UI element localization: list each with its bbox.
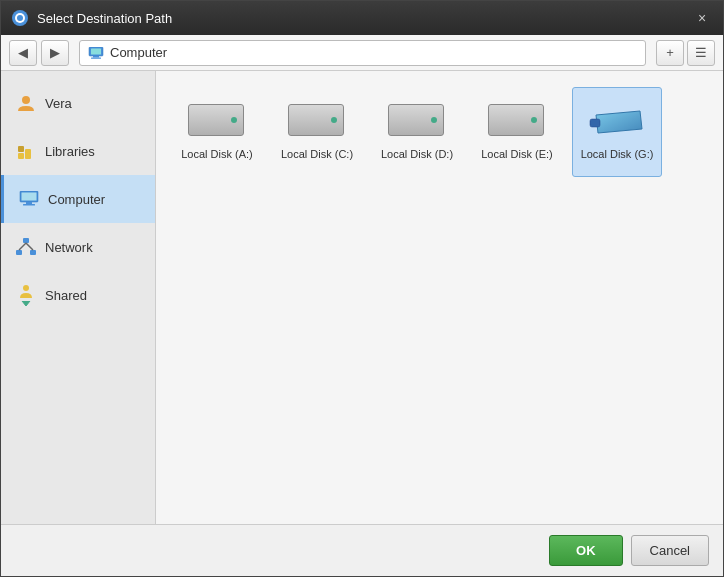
hdd-icon-d [388,104,446,142]
sidebar-label-computer: Computer [48,192,105,207]
close-button[interactable]: × [691,7,713,29]
breadcrumb-text: Computer [110,45,167,60]
computer-breadcrumb-icon [88,47,104,59]
sidebar-label-network: Network [45,240,93,255]
svg-line-19 [26,243,33,250]
disk-item-g[interactable]: Local Disk (G:) [572,87,662,177]
computer-icon [18,188,40,210]
dialog: Select Destination Path × ◀ ▶ Computer +… [0,0,724,577]
sidebar-item-network[interactable]: Network [1,223,155,271]
disk-label-c: Local Disk (C:) [281,148,353,160]
svg-rect-5 [93,56,99,58]
cancel-button[interactable]: Cancel [631,535,709,566]
svg-rect-17 [30,250,36,255]
title-bar: Select Destination Path × [1,1,723,35]
hdd-icon-c [288,104,346,142]
sidebar-item-computer[interactable]: Computer [1,175,155,223]
file-area: Local Disk (A:) Local Disk (C:) Lo [156,71,723,524]
disk-label-a: Local Disk (A:) [181,148,253,160]
disk-item-d[interactable]: Local Disk (D:) [372,87,462,177]
svg-line-18 [19,243,26,250]
breadcrumb: Computer [79,40,646,66]
disk-label-d: Local Disk (D:) [381,148,453,160]
view-button[interactable]: ☰ [687,40,715,66]
app-icon [11,9,29,27]
svg-rect-13 [26,202,32,204]
svg-point-2 [17,15,23,21]
toolbar: ◀ ▶ Computer + ☰ [1,35,723,71]
svg-rect-14 [23,204,35,206]
disk-item-c[interactable]: Local Disk (C:) [272,87,362,177]
back-button[interactable]: ◀ [9,40,37,66]
footer: OK Cancel [1,524,723,576]
sidebar-item-vera[interactable]: Vera [1,79,155,127]
sidebar-label-libraries: Libraries [45,144,95,159]
disk-item-a[interactable]: Local Disk (A:) [172,87,262,177]
svg-rect-12 [22,193,37,201]
hdd-icon-e [488,104,546,142]
new-folder-button[interactable]: + [656,40,684,66]
hdd-icon-a [188,104,246,142]
svg-rect-4 [91,48,101,54]
sidebar-item-shared[interactable]: Shared [1,271,155,319]
sidebar-label-vera: Vera [45,96,72,111]
svg-rect-9 [25,149,31,159]
usb-icon-g [588,104,646,142]
svg-rect-15 [23,238,29,243]
disk-item-e[interactable]: Local Disk (E:) [472,87,562,177]
toolbar-right-buttons: + ☰ [656,40,715,66]
disk-label-g: Local Disk (G:) [581,148,654,160]
ok-button[interactable]: OK [549,535,623,566]
network-icon [15,236,37,258]
disk-label-e: Local Disk (E:) [481,148,553,160]
svg-rect-6 [91,57,101,58]
svg-rect-10 [18,146,24,152]
forward-button[interactable]: ▶ [41,40,69,66]
svg-point-20 [23,285,29,291]
svg-point-7 [22,96,30,104]
svg-rect-16 [16,250,22,255]
svg-rect-8 [18,153,24,159]
sidebar-label-shared: Shared [45,288,87,303]
sidebar: Vera Libraries [1,71,156,524]
svg-rect-21 [590,119,600,127]
sidebar-item-libraries[interactable]: Libraries [1,127,155,175]
main-content: Vera Libraries [1,71,723,524]
dialog-title: Select Destination Path [37,11,691,26]
shared-icon [15,284,37,306]
library-icon [15,140,37,162]
user-icon [15,92,37,114]
